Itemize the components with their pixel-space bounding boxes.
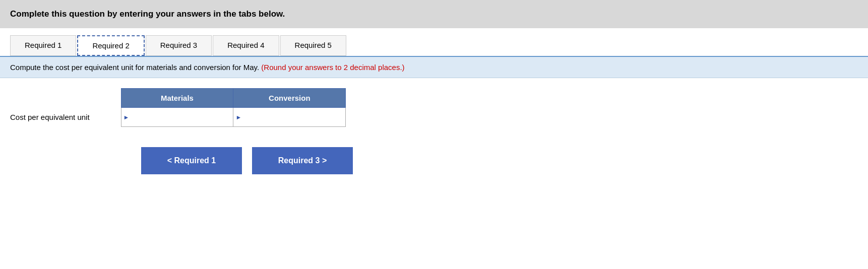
nav-buttons: < Required 1 Required 3 > xyxy=(0,137,868,184)
instruction-main: Compute the cost per equivalent unit for… xyxy=(10,63,259,72)
col-header-materials: Materials xyxy=(121,89,233,108)
materials-input-cell: ► xyxy=(121,108,233,127)
tab-required-3[interactable]: Required 3 xyxy=(146,35,212,56)
tab-required-4[interactable]: Required 4 xyxy=(213,35,279,56)
row-label: Cost per equivalent unit xyxy=(10,108,121,127)
materials-arrow-icon: ► xyxy=(123,114,130,121)
instruction-bar: Compute the cost per equivalent unit for… xyxy=(0,57,868,78)
instruction-note: (Round your answers to 2 decimal places.… xyxy=(261,63,404,72)
table-section: Materials Conversion Cost per equivalent… xyxy=(0,78,868,137)
tab-required-1[interactable]: Required 1 xyxy=(10,35,76,56)
header-text: Complete this question by entering your … xyxy=(10,9,285,19)
conversion-arrow-icon: ► xyxy=(235,114,241,121)
materials-input[interactable] xyxy=(131,110,231,124)
col-header-conversion: Conversion xyxy=(233,89,346,108)
table-row: Cost per equivalent unit ► ► xyxy=(10,108,346,127)
header-bar: Complete this question by entering your … xyxy=(0,0,868,28)
content-area: Compute the cost per equivalent unit for… xyxy=(0,57,868,184)
tab-required-5[interactable]: Required 5 xyxy=(280,35,346,56)
conversion-input[interactable] xyxy=(243,110,343,124)
next-button[interactable]: Required 3 > xyxy=(252,147,353,174)
prev-button[interactable]: < Required 1 xyxy=(141,147,242,174)
tab-required-2[interactable]: Required 2 xyxy=(77,35,144,56)
data-table: Materials Conversion Cost per equivalent… xyxy=(10,88,346,127)
tabs-container: Required 1 Required 2 Required 3 Require… xyxy=(0,28,868,57)
conversion-input-cell: ► xyxy=(233,108,346,127)
